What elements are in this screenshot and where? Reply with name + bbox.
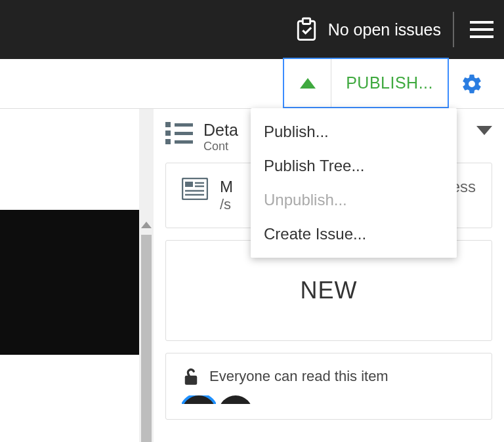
open-issues-indicator[interactable]: No open issues <box>295 17 441 42</box>
details-title: Deta <box>203 121 238 140</box>
left-panel <box>0 109 154 442</box>
permissions-text: Everyone can read this item <box>209 368 388 385</box>
publish-menu-item[interactable]: Publish Tree... <box>251 149 457 183</box>
collapse-toggle[interactable] <box>476 126 492 135</box>
triangle-up-icon <box>300 78 316 89</box>
action-bar: PUBLISH... <box>0 59 504 109</box>
svg-rect-2 <box>182 178 207 199</box>
avatar[interactable] <box>219 395 253 412</box>
svg-rect-3 <box>185 182 193 187</box>
publish-menu-item[interactable]: Publish... <box>251 115 457 149</box>
details-subtitle: Cont <box>203 140 238 153</box>
details-title-block: Deta Cont <box>203 121 238 153</box>
publish-button[interactable]: PUBLISH... <box>331 73 448 92</box>
top-bar: No open issues <box>0 0 504 59</box>
svg-rect-1 <box>303 18 310 24</box>
avatar-group <box>182 395 476 412</box>
publish-split-button: PUBLISH... <box>283 58 449 108</box>
document-icon <box>182 178 208 200</box>
open-issues-text: No open issues <box>328 20 441 39</box>
gear-icon <box>461 73 483 95</box>
publish-menu-item: Unpublish... <box>251 183 457 217</box>
content-meta: M /s <box>220 178 233 213</box>
avatar[interactable] <box>182 395 216 412</box>
content-title: M <box>220 178 233 196</box>
preview-thumbnail[interactable] <box>0 210 139 355</box>
publish-menu: Publish...Publish Tree...Unpublish...Cre… <box>251 108 457 258</box>
menu-icon[interactable] <box>466 17 497 42</box>
scroll-thumb[interactable] <box>141 235 152 442</box>
left-scrollbar[interactable] <box>139 109 154 442</box>
content-path: /s <box>220 196 233 213</box>
list-icon <box>165 122 194 146</box>
scroll-up-icon <box>141 222 152 228</box>
publish-menu-toggle[interactable] <box>284 59 331 107</box>
permissions-card[interactable]: Everyone can read this item <box>165 353 492 420</box>
status-label: NEW <box>301 277 358 304</box>
topbar-divider <box>453 12 454 47</box>
svg-rect-8 <box>185 376 197 385</box>
publish-menu-item[interactable]: Create Issue... <box>251 217 457 251</box>
unlock-icon <box>182 367 200 386</box>
clipboard-check-icon <box>295 17 318 42</box>
settings-button[interactable] <box>449 59 495 108</box>
